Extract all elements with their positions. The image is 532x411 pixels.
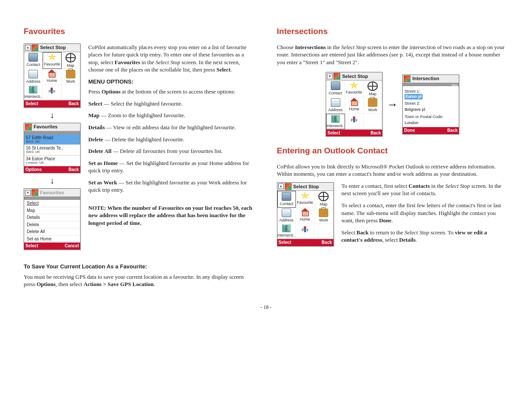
intersection-icon — [331, 115, 340, 123]
screen-title: Select Stop — [40, 44, 66, 51]
softkey-select[interactable]: Select — [279, 240, 291, 246]
cell-contact[interactable]: Contact — [24, 52, 43, 69]
menu-item-delete[interactable]: Delete — [24, 221, 80, 229]
opt-delete: Delete — Delete the highlighted favourit… — [88, 136, 255, 143]
star-icon — [350, 81, 358, 89]
contact-icon — [331, 81, 340, 90]
menu-item-set-home[interactable]: Set as Home — [24, 236, 80, 243]
favourites-text: CoPilot automatically places every stop … — [88, 44, 255, 231]
cell-favourite[interactable]: Favourite — [43, 52, 61, 69]
menu-item-map[interactable]: Map — [24, 207, 80, 215]
map-icon — [367, 81, 378, 91]
outlook-heading: Entering an Outlook Contact — [277, 145, 509, 156]
cell-home[interactable]: Home — [296, 208, 314, 224]
screen-title: Intersection — [412, 75, 439, 82]
home-icon — [350, 98, 358, 106]
cell-contact[interactable]: Contact — [326, 81, 345, 97]
cell-map[interactable]: Map — [314, 191, 333, 208]
softkey-back[interactable]: Back — [68, 101, 79, 107]
softkey-cancel[interactable]: Cancel — [65, 243, 79, 249]
left-column: Favourites × Select Stop Contact Favouri… — [24, 22, 255, 293]
screen-favourites-menu: × Favourites Select Map Details Delete D… — [24, 188, 81, 250]
cell-home[interactable]: Home — [43, 69, 61, 85]
softkey-bar: Select Cancel — [24, 243, 80, 249]
street2-field[interactable]: Belgrave pl — [404, 106, 457, 113]
cell-work[interactable]: Work — [314, 208, 333, 224]
screen-favourites-list: Favourites 57 Edith Road W14, UK 16 St L… — [24, 123, 81, 174]
cell-map[interactable]: Map — [62, 52, 80, 69]
softkey-bar: Options Back — [24, 166, 80, 173]
softkey-options[interactable]: Options — [25, 167, 42, 173]
screen-select-stop: × Select Stop Contact Favourite Map Addr… — [277, 182, 334, 246]
cell-poi[interactable]: POI — [43, 85, 61, 100]
fav-line2: London, UK — [26, 161, 78, 165]
cell-favourite[interactable]: Favourite — [296, 191, 314, 208]
cell-empty — [364, 114, 382, 129]
cell-empty — [314, 224, 333, 239]
fav-line1: 57 Edith Road — [26, 135, 78, 140]
home-icon — [301, 209, 309, 216]
menu-item-delete-all[interactable]: Delete All — [24, 228, 80, 236]
opt-delete-all: Delete All — Delete all favourites from … — [88, 147, 255, 155]
screen-title: Select Stop — [342, 73, 368, 80]
app-logo-icon — [333, 73, 340, 80]
softkey-select[interactable]: Select — [25, 243, 38, 249]
cell-address[interactable]: Address — [326, 97, 345, 113]
softkey-select[interactable]: Select — [25, 101, 38, 107]
address-icon — [331, 98, 340, 107]
close-icon[interactable]: × — [25, 45, 31, 50]
cell-address[interactable]: Address — [277, 208, 296, 224]
opt-set-home: Set as Home — Set the highlighted favour… — [88, 159, 255, 174]
map-icon — [318, 192, 329, 201]
cell-map[interactable]: Map — [364, 81, 382, 97]
cell-work[interactable]: Work — [62, 69, 80, 85]
cell-favourite[interactable]: Favourite — [345, 81, 364, 97]
softkey-back[interactable]: Back — [370, 130, 381, 136]
cell-poi[interactable]: POI — [296, 224, 314, 239]
menu-options-intro: Press Options at the bottom of the scree… — [88, 88, 255, 96]
star-icon — [48, 53, 56, 61]
cell-contact[interactable]: Contact — [277, 191, 296, 208]
softkey-back[interactable]: Back — [68, 167, 79, 173]
list-item[interactable]: 34 Eaton Place London, UK — [24, 156, 80, 166]
app-logo-icon — [31, 44, 38, 51]
intersection-screens: × Select Stop Contact Favourite Map Addr… — [277, 72, 509, 137]
cell-intersections[interactable]: Intersecti.. — [24, 85, 43, 100]
menu-item-details[interactable]: Details — [24, 214, 80, 221]
menu-item-select[interactable]: Select — [24, 200, 80, 207]
street2-label: Street 2: — [404, 101, 457, 106]
softkey-back[interactable]: Back — [322, 240, 332, 246]
page-number: - 18 - — [24, 304, 508, 311]
cell-intersections[interactable]: Intersecti.. — [326, 114, 345, 129]
town-field[interactable]: London — [404, 120, 457, 126]
input-mode: Abc — [451, 83, 457, 86]
opt-select: Select — Select the highlighted favourit… — [88, 100, 255, 108]
town-label: Town or Postal Code: — [404, 114, 457, 120]
address-icon — [28, 70, 38, 78]
right-column: Intersections Choose Intersections in th… — [277, 22, 509, 293]
page-columns: Favourites × Select Stop Contact Favouri… — [24, 22, 508, 293]
cell-poi[interactable]: POI — [345, 114, 364, 129]
close-icon[interactable]: × — [25, 190, 31, 196]
fav-line2: W14, UK — [26, 140, 78, 144]
intro-paragraph: CoPilot automatically places every stop … — [88, 44, 255, 74]
cell-address[interactable]: Address — [24, 69, 43, 85]
close-icon[interactable]: × — [278, 184, 284, 189]
home-icon — [47, 70, 56, 78]
street1-field[interactable]: Eaton pl — [404, 94, 422, 100]
softkey-done[interactable]: Done — [404, 128, 415, 134]
cell-home[interactable]: Home — [345, 97, 364, 113]
softkey-back[interactable]: Back — [447, 128, 457, 134]
note-paragraph: NOTE: When the number of Favourites on y… — [88, 204, 255, 227]
list-item[interactable]: 16 St Leonards Te.. SW3, UK — [24, 145, 80, 156]
screen-intersection-form: Intersection Abc Street 1: Eaton pl Stre… — [402, 75, 459, 134]
softkey-bar: Select Back — [277, 239, 333, 246]
softkey-select[interactable]: Select — [327, 130, 340, 136]
cell-work[interactable]: Work — [364, 97, 382, 113]
opt-map: Map — Zoom to the highlighted favourite. — [88, 112, 255, 119]
close-icon[interactable]: × — [327, 74, 333, 79]
softkey-bar: Done Back — [403, 127, 459, 134]
cell-intersections[interactable]: Intersecti.. — [277, 224, 296, 239]
arrow-down-icon: ↓ — [50, 109, 54, 121]
list-item[interactable]: 57 Edith Road W14, UK — [24, 134, 80, 145]
